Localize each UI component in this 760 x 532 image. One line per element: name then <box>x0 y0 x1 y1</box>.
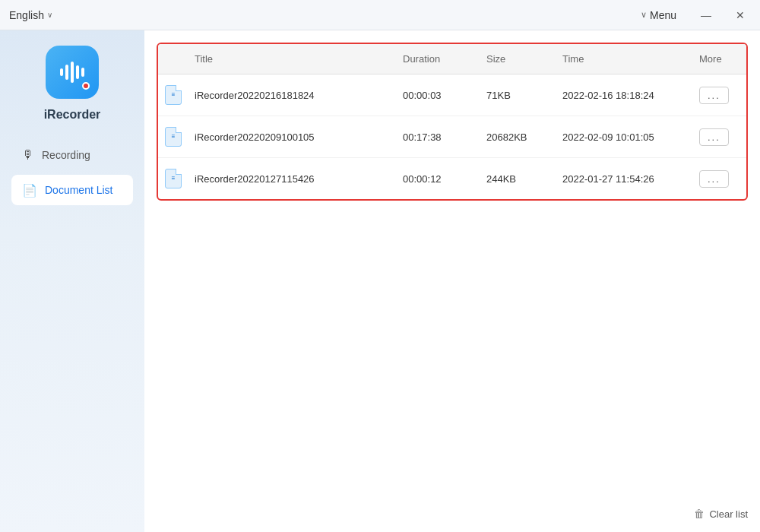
language-chevron-icon: ∨ <box>47 11 52 19</box>
file-icon-lines: ≡ <box>172 92 176 98</box>
row-1-duration: 00:00:03 <box>397 90 480 101</box>
row-3-more-cell: ... <box>693 170 746 188</box>
file-icon: ≡ <box>165 127 182 147</box>
row-2-title: iRecorder20220209100105 <box>188 131 397 143</box>
col-header-duration: Duration <box>397 53 480 65</box>
sidebar-item-recording-label: Recording <box>42 149 90 161</box>
table-header-row: Title Duration Size Time More <box>158 44 746 74</box>
content-area: Title Duration Size Time More ≡ iRecorde… <box>144 30 760 532</box>
sidebar-item-recording[interactable]: 🎙 Recording <box>11 140 133 170</box>
wave-bar-5 <box>81 68 84 77</box>
document-icon: 📄 <box>22 183 37 198</box>
row-3-time: 2022-01-27 11:54:26 <box>556 173 693 185</box>
file-icon: ≡ <box>165 169 182 188</box>
file-icon-lines: ≡ <box>172 134 176 140</box>
language-selector-label[interactable]: English <box>9 9 44 21</box>
menu-label: Menu <box>650 9 676 21</box>
row-3-more-button[interactable]: ... <box>699 170 729 188</box>
row-1-time: 2022-02-16 18:18:24 <box>556 90 693 101</box>
row-2-more-button[interactable]: ... <box>699 128 729 146</box>
file-icon: ≡ <box>165 85 182 105</box>
file-icon-lines: ≡ <box>172 176 176 182</box>
col-header-more: More <box>693 53 746 65</box>
sidebar-item-document-list[interactable]: 📄 Document List <box>11 175 133 205</box>
wave-bar-2 <box>65 65 68 80</box>
row-3-title: iRecorder20220127115426 <box>188 173 397 185</box>
row-2-duration: 00:17:38 <box>397 131 480 143</box>
row-2-icon-cell: ≡ <box>158 127 188 147</box>
menu-check-icon: ∨ <box>641 10 647 20</box>
app-name: iRecorder <box>44 108 101 122</box>
wave-bar-3 <box>71 62 74 83</box>
table-row: ≡ iRecorder20220127115426 00:00:12 244KB… <box>158 158 746 199</box>
title-bar-right: ∨ Menu — ✕ <box>635 6 751 24</box>
title-bar: English ∨ ∨ Menu — ✕ <box>0 0 760 30</box>
row-2-time: 2022-02-09 10:01:05 <box>556 131 693 143</box>
row-1-icon-cell: ≡ <box>158 85 188 105</box>
row-1-size: 71KB <box>480 90 556 101</box>
waveform-icon <box>60 62 84 83</box>
col-header-time: Time <box>556 53 693 65</box>
document-table: Title Duration Size Time More ≡ iRecorde… <box>157 43 748 201</box>
table-row: ≡ iRecorder20220216181824 00:00:03 71KB … <box>158 74 746 116</box>
minimize-button[interactable]: — <box>695 6 717 24</box>
col-header-title: Title <box>188 53 397 65</box>
trash-icon: 🗑 <box>694 508 705 520</box>
row-1-title: iRecorder20220216181824 <box>188 90 397 101</box>
title-bar-left: English ∨ <box>9 9 52 21</box>
app-icon <box>46 46 99 99</box>
row-2-size: 20682KB <box>480 131 556 143</box>
bottom-bar[interactable]: 🗑 Clear list <box>694 508 748 520</box>
sidebar-item-document-list-label: Document List <box>45 184 112 196</box>
col-header-icon <box>158 53 188 65</box>
clear-list-label: Clear list <box>709 508 748 520</box>
col-header-size: Size <box>480 53 556 65</box>
wave-bar-4 <box>76 65 79 79</box>
main-layout: iRecorder 🎙 Recording 📄 Document List Ti… <box>0 30 760 532</box>
record-dot-icon <box>82 82 90 90</box>
row-3-icon-cell: ≡ <box>158 169 188 188</box>
row-1-more-button[interactable]: ... <box>699 87 729 104</box>
sidebar: iRecorder 🎙 Recording 📄 Document List <box>0 30 144 532</box>
row-2-more-cell: ... <box>693 128 746 146</box>
row-1-more-cell: ... <box>693 87 746 104</box>
close-button[interactable]: ✕ <box>730 6 751 24</box>
wave-bar-1 <box>60 68 63 76</box>
table-row: ≡ iRecorder20220209100105 00:17:38 20682… <box>158 116 746 158</box>
row-3-duration: 00:00:12 <box>397 173 480 185</box>
menu-button[interactable]: ∨ Menu <box>635 6 682 24</box>
microphone-icon: 🎙 <box>22 148 34 162</box>
row-3-size: 244KB <box>480 173 556 185</box>
